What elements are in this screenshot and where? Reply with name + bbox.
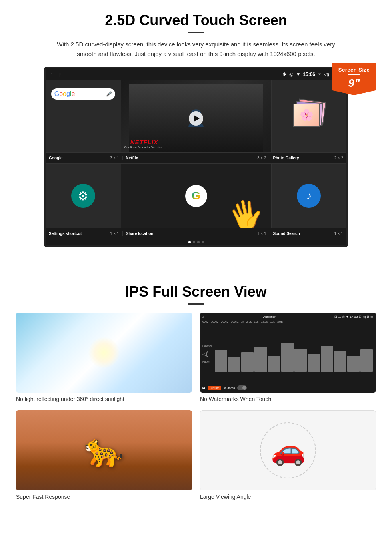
google-logo: Google — [54, 90, 75, 98]
sunlight-card: No light reflecting under 360° direct su… — [16, 313, 192, 402]
amp-title: Amplifier — [263, 315, 276, 319]
sky-background — [16, 313, 192, 393]
cheetah-background: 🐆 — [16, 410, 192, 490]
settings-icon-circle: ⚙ — [71, 184, 95, 208]
play-button[interactable] — [189, 111, 203, 126]
settings-label-cell: Settings shortcut 1 × 1 — [46, 231, 123, 236]
device-frame: ⌂ ψ ✱ ◎ ▼ 15:06 ⊡ ◁) ⊠ ▭ — [44, 67, 348, 247]
status-bar: ⌂ ψ ✱ ◎ ▼ 15:06 ⊡ ◁) ⊠ ▭ — [46, 68, 346, 80]
share-label: Share location — [126, 231, 154, 236]
google-app-cell[interactable]: Google 🎤 — [46, 80, 121, 152]
screen-size-badge: Screen Size 9" — [332, 63, 376, 95]
dot-2 — [193, 241, 195, 243]
settings-cell[interactable]: ⚙ — [46, 164, 121, 228]
amp-home-icon: ⌂ — [202, 315, 204, 319]
section-ips: IPS Full Screen View No light reflecting… — [0, 279, 392, 512]
eq-bar-9 — [321, 346, 333, 372]
settings-label: Settings shortcut — [49, 231, 82, 236]
sound-icon-circle: ♪ — [297, 184, 321, 208]
car-caption: Large Viewing Angle — [200, 494, 376, 500]
eq-bar-2 — [228, 357, 240, 372]
amplifier-image: ⌂ Amplifier ⊞ … ◎ ▼ 17:33 ⊡ ◁) ⊠ ▭ 60hz1… — [200, 313, 376, 393]
car-image: 🚗 — [200, 410, 376, 490]
badge-size: 9" — [332, 77, 376, 90]
gallery-label: Photo Gallery — [273, 156, 299, 160]
amp-main: Balance ◁) Fader — [202, 324, 374, 384]
loudness-label: loudness — [224, 387, 235, 389]
wifi-icon: ▼ — [296, 72, 300, 77]
fader-label: Fader — [202, 360, 212, 363]
amp-side-labels: Balance ◁) Fader — [202, 345, 212, 363]
eq-bar-10 — [334, 351, 346, 372]
home-icon[interactable]: ⌂ — [50, 72, 52, 77]
eq-bar-1 — [215, 350, 227, 372]
section-curved: 2.5D Curved Touch Screen With 2.5D curve… — [0, 0, 392, 255]
gallery-label-cell: Photo Gallery 2 × 2 — [270, 156, 347, 160]
netflix-app-cell[interactable]: 👤 NETFLIX Continue Marvel's Daredevil — [121, 80, 272, 152]
badge-divider — [348, 74, 360, 75]
app-grid-top: Google 🎤 👤 — [46, 80, 346, 153]
sound-size: 1 × 1 — [334, 231, 343, 236]
label-row-1: Google 3 × 1 Netflix 3 × 2 Photo Gallery… — [46, 153, 346, 164]
sound-label: Sound Search — [273, 231, 300, 236]
car-card: 🚗 Large Viewing Angle — [200, 410, 376, 500]
eq-bar-7 — [294, 349, 307, 372]
share-label-cell: Share location 1 × 1 — [123, 231, 270, 236]
gear-icon: ⚙ — [78, 189, 88, 203]
section1-desc: With 2.5D curved-display screen, this de… — [56, 40, 336, 59]
eq-bar-3 — [241, 352, 254, 372]
eq-bar-8 — [308, 354, 320, 372]
netflix-size: 3 × 2 — [257, 156, 266, 160]
google-label: Google — [49, 156, 62, 160]
photo-stack: 🌸 — [293, 100, 325, 132]
eq-bar-5 — [268, 356, 280, 372]
hand-overlay: 🖐 — [224, 195, 266, 228]
car-background: 🚗 — [200, 410, 376, 490]
bluetooth-icon: ✱ — [283, 72, 287, 77]
eq-bar-6 — [281, 343, 294, 372]
pagination-dots — [46, 239, 346, 245]
netflix-logo: NETFLIX — [124, 138, 164, 145]
cheetah-icon: 🐆 — [84, 432, 124, 469]
section1-title: 2.5D Curved Touch Screen — [24, 12, 368, 29]
eq-bar-4 — [254, 347, 267, 372]
volume-icon: ◁) — [324, 72, 329, 77]
cheetah-card: 🐆 Super Fast Response — [16, 410, 192, 500]
image-grid: No light reflecting under 360° direct su… — [16, 313, 376, 500]
car-icon: 🚗 — [271, 434, 306, 467]
music-note-icon: ♪ — [306, 189, 312, 202]
play-triangle — [194, 115, 200, 122]
amplifier-card: ⌂ Amplifier ⊞ … ◎ ▼ 17:33 ⊡ ◁) ⊠ ▭ 60hz1… — [200, 313, 376, 402]
photo-gallery-cell[interactable]: 🌸 — [272, 80, 347, 152]
sound-search-cell[interactable]: ♪ — [272, 164, 347, 228]
google-size: 3 × 1 — [110, 156, 119, 160]
sunlight-caption: No light reflecting under 360° direct su… — [16, 396, 192, 402]
settings-size: 1 × 1 — [110, 231, 119, 236]
share-size: 1 × 1 — [257, 231, 266, 236]
netflix-label-cell: Netflix 3 × 2 — [123, 156, 270, 160]
custom-button[interactable]: Custom — [208, 386, 221, 390]
section2-title: IPS Full Screen View — [16, 283, 376, 300]
amplifier-caption: No Watermarks When Touch — [200, 396, 376, 402]
amp-screen: ⌂ Amplifier ⊞ … ◎ ▼ 17:33 ⊡ ◁) ⊠ ▭ 60hz1… — [200, 313, 376, 393]
dot-4 — [202, 241, 204, 243]
google-search-bar[interactable]: Google 🎤 — [51, 88, 115, 100]
amp-time: 17:33 — [350, 315, 358, 319]
amp-right: ⊞ … ◎ ▼ 17:33 ⊡ ◁) ⊠ ▭ — [334, 315, 374, 319]
netflix-subtitle: Continue Marvel's Daredevil — [124, 145, 164, 149]
amp-prev-icon: ⏮ — [202, 387, 205, 389]
loudness-toggle[interactable] — [237, 385, 247, 390]
location-icon: ◎ — [289, 72, 293, 77]
status-left: ⌂ ψ — [50, 72, 61, 77]
gallery-size: 2 × 2 — [334, 156, 343, 160]
photo-card-3: 🌸 — [293, 104, 320, 127]
amp-footer: ⏮ Custom loudness — [202, 385, 374, 390]
app-grid-bottom: ⚙ G 🖐 — [46, 164, 346, 228]
eq-bar-12 — [360, 349, 373, 372]
balance-label: Balance — [202, 345, 212, 347]
share-location-cell[interactable]: G 🖐 — [121, 164, 272, 228]
usb-icon: ψ — [57, 72, 61, 77]
dot-3 — [197, 241, 200, 243]
mic-icon[interactable]: 🎤 — [106, 91, 112, 97]
sunlight-image — [16, 313, 192, 393]
